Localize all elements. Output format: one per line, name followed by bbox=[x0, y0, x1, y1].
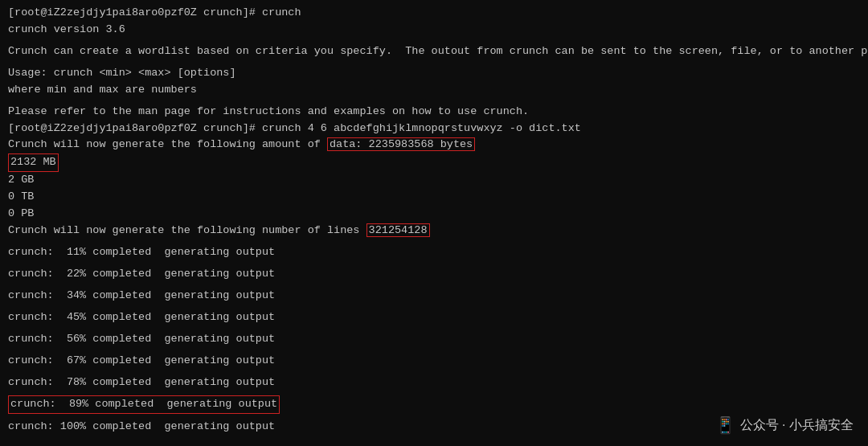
terminal-line: crunch: 78% completed generating output bbox=[8, 374, 860, 391]
terminal-line-89: crunch: 89% completed generating output bbox=[8, 395, 860, 414]
terminal-line: [root@iZ2zejdjy1pai8aro0pzf0Z crunch]# c… bbox=[8, 5, 860, 22]
terminal-line: [root@iZ2zejdjy1pai8aro0pzf0Z crunch]# c… bbox=[8, 121, 860, 137]
data-highlight: data: 2235983568 bytes bbox=[327, 137, 475, 151]
terminal-line-data: Crunch will now generate the following a… bbox=[8, 137, 860, 153]
terminal-line: where min and max are numbers bbox=[8, 82, 860, 99]
terminal-line: crunch: 34% completed generating output bbox=[8, 288, 860, 305]
terminal-line: Usage: crunch <min> <max> [options] bbox=[8, 65, 860, 82]
mb-highlight: 2132 MB bbox=[8, 153, 59, 172]
terminal-line: crunch: 45% completed generating output bbox=[8, 309, 860, 326]
89-highlight: crunch: 89% completed generating output bbox=[8, 395, 280, 414]
terminal: [root@iZ2zejdjy1pai8aro0pzf0Z crunch]# c… bbox=[0, 0, 868, 446]
terminal-line: Crunch can create a wordlist based on cr… bbox=[8, 43, 860, 60]
terminal-line: crunch: 67% completed generating output bbox=[8, 353, 860, 370]
terminal-line: 0 PB bbox=[8, 206, 860, 223]
terminal-line: 0 TB bbox=[8, 189, 860, 206]
watermark-text: 公众号 · 小兵搞安全 bbox=[740, 417, 854, 434]
watermark: 📱 公众号 · 小兵搞安全 bbox=[715, 415, 854, 435]
lines-highlight: 321254128 bbox=[366, 223, 430, 237]
terminal-line-mb: 2132 MB bbox=[8, 153, 860, 172]
terminal-line: 2 GB bbox=[8, 172, 860, 189]
terminal-line: crunch: 22% completed generating output bbox=[8, 266, 860, 283]
terminal-line: crunch: 56% completed generating output bbox=[8, 331, 860, 348]
terminal-line: Please refer to the man page for instruc… bbox=[8, 104, 860, 121]
wechat-icon: 📱 bbox=[715, 415, 735, 435]
terminal-line-lines: Crunch will now generate the following n… bbox=[8, 223, 860, 239]
terminal-line: crunch version 3.6 bbox=[8, 22, 860, 39]
terminal-line: crunch: 11% completed generating output bbox=[8, 244, 860, 261]
